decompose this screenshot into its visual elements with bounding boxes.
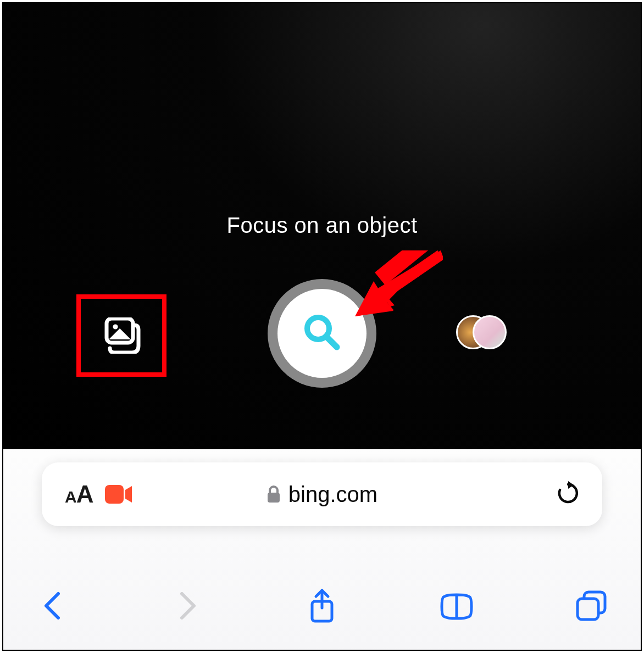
svg-rect-9 [375,250,441,285]
address-bar[interactable]: A A bing.com [42,462,602,526]
share-button[interactable] [304,588,340,623]
svg-point-1 [113,324,118,329]
svg-rect-10 [105,485,124,504]
svg-rect-11 [268,493,280,503]
lock-icon [267,485,281,504]
forward-button [170,588,205,623]
screen-recording-icon [104,483,133,505]
svg-line-3 [326,337,337,347]
tabs-button[interactable] [574,588,609,623]
svg-marker-12 [568,481,574,489]
recent-search-thumbnails[interactable] [456,315,507,349]
aa-small: A [65,488,76,506]
safari-bottom-toolbar [3,584,641,628]
safari-chrome: A A bing.com [3,449,641,650]
camera-hint-label: Focus on an object [3,213,641,238]
url-text: bing.com [288,482,377,507]
text-size-button[interactable]: A A [65,481,92,508]
search-icon [302,312,342,355]
back-button[interactable] [35,588,70,623]
reload-button[interactable] [556,481,580,507]
bookmarks-button[interactable] [439,588,474,623]
gallery-icon[interactable] [102,317,141,354]
aa-big: A [76,481,93,508]
visual-search-button[interactable] [268,279,376,388]
camera-viewport: Focus on an object [3,3,641,449]
svg-rect-16 [578,599,598,619]
visual-search-button-inner [277,289,367,378]
annotation-highlight-box [76,294,166,377]
recent-thumbnail-2 [473,315,507,349]
